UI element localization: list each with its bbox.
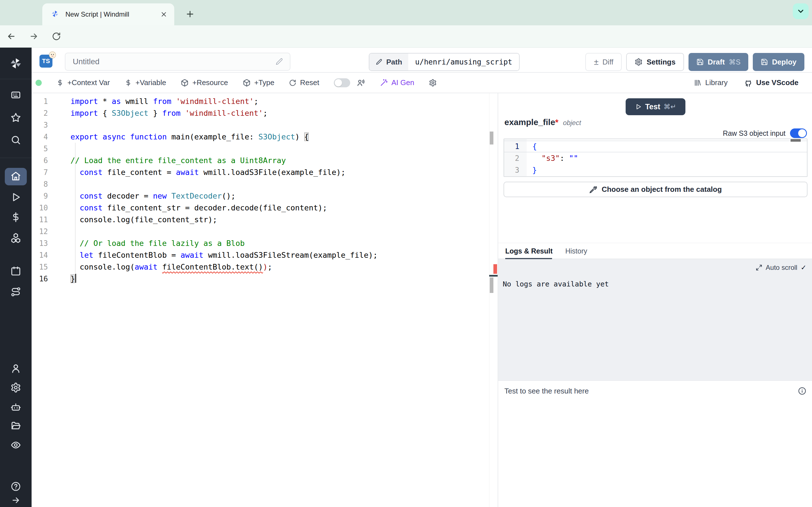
sidebar-divider <box>0 158 32 158</box>
header-actions: ± Diff Settings Draft ⌘S Deploy <box>585 53 804 71</box>
raw-s3-row: Raw S3 object input <box>723 128 807 138</box>
code-line-13[interactable]: 13 // Or load the file lazily as a Blob <box>32 237 498 249</box>
deploy-label: Deploy <box>772 58 797 66</box>
sidebar-item-favorites[interactable] <box>0 112 32 123</box>
edit-pencil-icon[interactable] <box>275 58 283 66</box>
reload-icon[interactable] <box>45 32 68 41</box>
json-scrollbar[interactable] <box>791 139 801 142</box>
code-line-11[interactable]: 11 console.log(file_content_str); <box>32 214 498 226</box>
ai-gen-button[interactable]: AI Gen <box>380 78 414 87</box>
library-button[interactable]: Library <box>694 78 727 87</box>
tab-history[interactable]: History <box>565 243 587 259</box>
code-line-10[interactable]: 10 const file_content_str = decoder.deco… <box>32 202 498 214</box>
diff-button[interactable]: ± Diff <box>585 53 622 71</box>
sidebar-item-workspace[interactable] <box>0 90 32 101</box>
code-line-3[interactable]: 3} <box>504 164 807 176</box>
script-name-input[interactable]: Untitled <box>65 53 290 71</box>
sidebar-item-variables[interactable] <box>0 212 32 223</box>
code-line-15[interactable]: 15 console.log(await fileContentBlob.tex… <box>32 261 498 273</box>
line-text: const file_content_str = decoder.decode(… <box>55 202 327 214</box>
sidebar-item-workers[interactable] <box>0 402 32 412</box>
sidebar-collapse-button[interactable] <box>0 496 32 505</box>
editor-settings-button[interactable] <box>429 79 437 87</box>
add-resource-button[interactable]: +Resource <box>181 78 228 87</box>
choose-object-button[interactable]: Choose an object from the catalog <box>504 182 808 197</box>
tab-logs-result[interactable]: Logs & Result <box>505 243 553 259</box>
draft-button[interactable]: Draft ⌘S <box>689 53 748 71</box>
sidebar-item-home[interactable] <box>0 171 32 182</box>
raw-s3-toggle[interactable] <box>790 128 807 138</box>
forward-icon[interactable] <box>22 32 45 41</box>
code-line-1[interactable]: 1import * as wmill from 'windmill-client… <box>32 96 498 107</box>
add-variable-button[interactable]: +Variable <box>124 78 166 87</box>
user-icon <box>10 363 21 374</box>
line-text: import { S3Object } from 'windmill-clien… <box>55 107 267 119</box>
code-line-16[interactable]: 16} <box>32 273 498 285</box>
scrollbar-thumb[interactable] <box>490 277 493 293</box>
search-icon <box>10 135 21 145</box>
scrollbar-mark[interactable] <box>490 131 493 145</box>
sidebar-item-user[interactable] <box>0 363 32 374</box>
auto-scroll-control[interactable]: Auto scroll ✓ <box>756 264 806 272</box>
multiplayer-toggle[interactable] <box>334 78 350 87</box>
refresh-icon <box>289 79 296 87</box>
folder-open-icon <box>10 420 21 431</box>
result-hint: Test to see the result here <box>504 387 798 395</box>
add-context-var-button[interactable]: +Context Var <box>56 78 110 87</box>
code-line-1[interactable]: 1{ <box>504 140 807 152</box>
code-line-14[interactable]: 14 let fileContentBlob = await wmill.loa… <box>32 249 498 261</box>
new-tab-button[interactable] <box>183 7 197 21</box>
required-asterisk: * <box>555 117 559 127</box>
sidebar-item-audit-logs[interactable] <box>0 440 32 450</box>
resource-label: +Resource <box>192 78 228 87</box>
code-line-9[interactable]: 9 const decoder = new TextDecoder(); <box>32 190 498 202</box>
check-icon: ✓ <box>801 264 806 272</box>
code-line-7[interactable]: 7 const file_content = await wmill.loadS… <box>32 166 498 178</box>
type-label: +Type <box>254 78 274 87</box>
json-code-lines[interactable]: 1{2 "s3": ""3} <box>504 140 807 176</box>
line-text: console.log(await fileContentBlob.text()… <box>55 261 272 273</box>
sidebar-item-resources[interactable] <box>0 233 32 243</box>
reset-button[interactable]: Reset <box>289 78 319 87</box>
settings-button[interactable]: Settings <box>626 53 684 71</box>
line-number: 5 <box>32 143 55 155</box>
path-value[interactable]: u/henri/amusing_script <box>408 54 519 70</box>
code-line-8[interactable]: 8 <box>32 178 498 190</box>
code-line-6[interactable]: 6// Load the entire file_content as a Ui… <box>32 155 498 166</box>
code-line-12[interactable]: 12 <box>32 226 498 237</box>
add-type-button[interactable]: +Type <box>243 78 274 87</box>
code-line-2[interactable]: 2 "s3": "" <box>504 152 807 164</box>
code-line-2[interactable]: 2import { S3Object } from 'windmill-clie… <box>32 107 498 119</box>
code-line-5[interactable]: 5 <box>32 143 498 155</box>
deploy-button[interactable]: Deploy <box>753 53 804 71</box>
sidebar-item-runs[interactable] <box>0 192 32 203</box>
back-icon[interactable] <box>0 32 22 41</box>
run-panel: Test ⌘↵ example_file * object Raw S3 obj… <box>498 93 812 507</box>
sidebar-item-settings[interactable] <box>0 382 32 393</box>
sidebar-item-flows[interactable] <box>0 286 32 297</box>
use-vscode-label: Use VScode <box>756 78 799 87</box>
sidebar-item-schedules[interactable] <box>0 266 32 276</box>
code-line-4[interactable]: 4export async function main(example_file… <box>32 131 498 143</box>
line-number: 11 <box>32 214 55 226</box>
test-button[interactable]: Test ⌘↵ <box>626 98 686 115</box>
json-arg-editor[interactable]: 1{2 "s3": ""3} <box>504 138 808 177</box>
save-icon <box>761 58 768 66</box>
path-button[interactable]: Path <box>369 54 408 70</box>
tab-search-chevron-button[interactable] <box>793 3 809 19</box>
code-line-3[interactable]: 3 <box>32 119 498 131</box>
path-chip[interactable]: Path u/henri/amusing_script <box>369 53 520 71</box>
info-icon[interactable] <box>798 387 806 395</box>
browser-tab[interactable]: New Script | Windmill <box>42 3 174 25</box>
code-editor[interactable]: 1import * as wmill from 'windmill-client… <box>32 93 498 507</box>
play-icon <box>10 192 21 203</box>
sidebar-item-help[interactable] <box>0 482 32 492</box>
browser-tabstrip: New Script | Windmill <box>0 0 812 25</box>
code-lines[interactable]: 1import * as wmill from 'windmill-client… <box>32 96 498 285</box>
sidebar-item-search[interactable] <box>0 135 32 145</box>
tab-close-icon[interactable] <box>160 11 167 18</box>
windmill-logo-icon[interactable] <box>0 57 32 70</box>
sidebar-item-folders[interactable] <box>0 420 32 431</box>
use-vscode-button[interactable]: Use VScode <box>744 78 799 87</box>
route-icon <box>10 286 21 297</box>
